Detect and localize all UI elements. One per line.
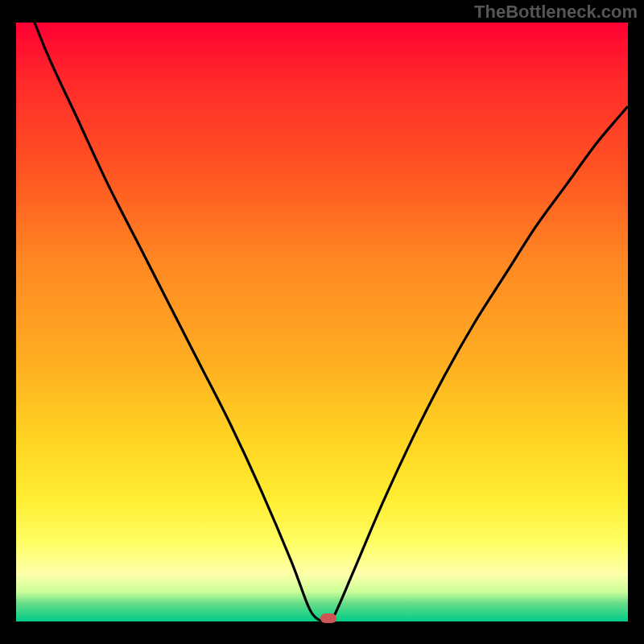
optimal-point-marker [320, 613, 336, 623]
chart-plot-area [16, 23, 628, 621]
bottleneck-curve [16, 23, 628, 621]
attribution-text: TheBottleneck.com [474, 2, 638, 23]
